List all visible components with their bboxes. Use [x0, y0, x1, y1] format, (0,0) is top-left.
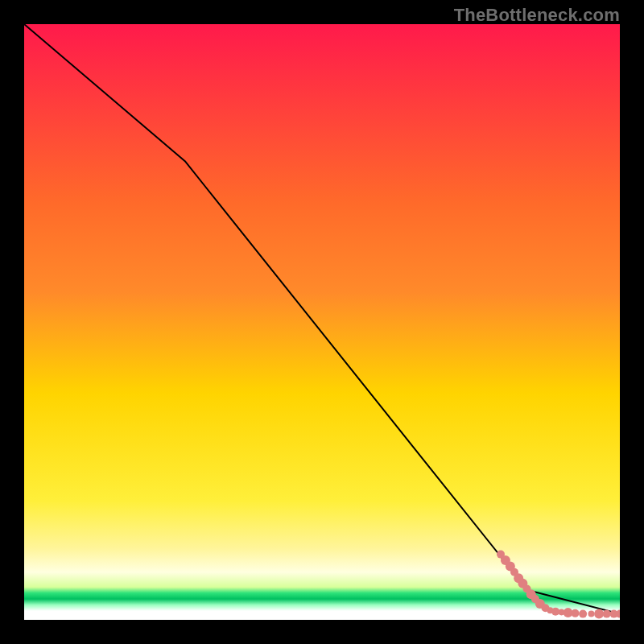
- chart-svg: [24, 24, 620, 620]
- marker-dot: [572, 609, 580, 617]
- chart-stage: TheBottleneck.com: [0, 0, 644, 644]
- watermark-label: TheBottleneck.com: [454, 5, 620, 26]
- marker-dot: [588, 611, 594, 617]
- marker-dot: [594, 609, 604, 619]
- svg-rect-0: [24, 24, 620, 620]
- plot-area: [24, 24, 620, 620]
- marker-dot: [579, 610, 587, 618]
- marker-dot: [603, 610, 611, 618]
